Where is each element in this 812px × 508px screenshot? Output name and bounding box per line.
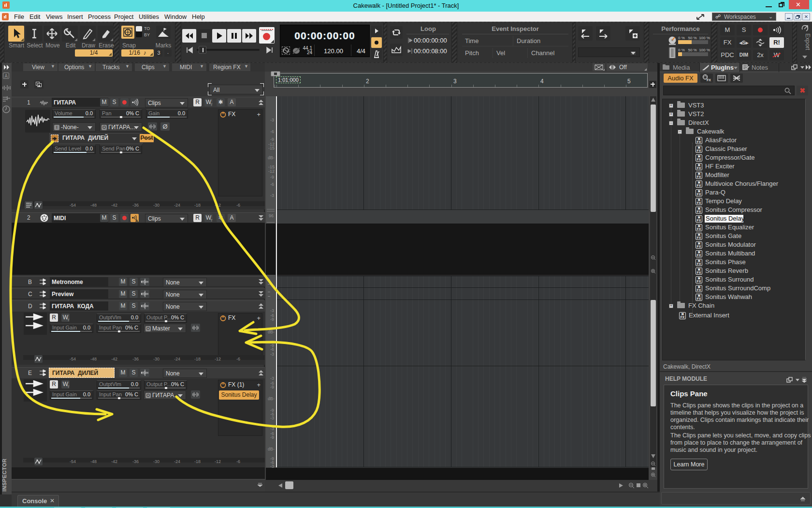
svg-text:FX: FX bbox=[707, 78, 711, 82]
